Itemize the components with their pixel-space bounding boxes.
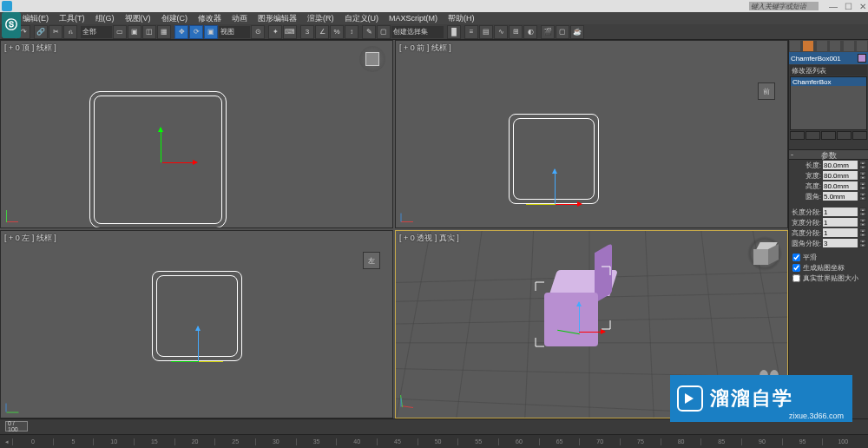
mirror-button[interactable]: ▐▌ [447, 25, 461, 39]
gizmo-x-axis-icon[interactable] [162, 162, 197, 163]
menu-views[interactable]: 视图(V) [125, 13, 151, 24]
angle-snap-button[interactable]: ∠ [315, 25, 329, 39]
object-color-swatch[interactable] [858, 54, 866, 63]
scale-button[interactable]: ▣ [204, 25, 218, 39]
menu-modifiers[interactable]: 修改器 [198, 13, 221, 24]
render-setup-button[interactable]: 🎬 [541, 25, 555, 39]
object-wireframe[interactable] [89, 91, 227, 228]
display-tab-icon[interactable] [844, 41, 854, 51]
fillet-segs-input[interactable] [823, 239, 858, 247]
maximize-icon[interactable]: ☐ [845, 2, 852, 11]
gizmo-x-axis-icon[interactable] [579, 332, 605, 333]
create-tab-icon[interactable] [790, 41, 800, 51]
refcoord-dropdown[interactable]: 视图 [219, 26, 250, 38]
align-button[interactable]: ≡ [464, 25, 478, 39]
menu-rendering[interactable]: 渲染(R) [307, 13, 334, 24]
viewcube[interactable] [359, 46, 385, 72]
show-end-result-button[interactable] [806, 131, 820, 140]
close-icon[interactable]: ✕ [859, 2, 866, 11]
link-button[interactable]: 🔗 [34, 25, 48, 39]
unlink-button[interactable]: ✂ [49, 25, 62, 39]
spinner-icon[interactable]: ▴▾ [859, 218, 866, 227]
manipulate-button[interactable]: ✦ [268, 25, 282, 39]
menu-maxscript[interactable]: MAXScript(M) [389, 14, 437, 23]
viewport-front[interactable]: [ + 0 前 ] 线框 ] 前 [395, 40, 788, 228]
utilities-tab-icon[interactable] [857, 41, 867, 51]
gizmo-z-axis-icon[interactable] [579, 302, 580, 332]
select-name-button[interactable]: ▣ [128, 25, 141, 39]
material-editor-button[interactable]: ◐ [523, 25, 537, 39]
menu-animation[interactable]: 动画 [232, 13, 247, 24]
spinner-icon[interactable]: ▴▾ [859, 208, 866, 216]
viewcube[interactable]: 左 [363, 252, 380, 269]
pin-stack-button[interactable] [790, 131, 805, 140]
gizmo-x-axis-icon[interactable] [199, 361, 223, 362]
motion-tab-icon[interactable] [830, 41, 840, 51]
minimize-icon[interactable]: — [829, 2, 838, 11]
snap-button[interactable]: 3 [300, 25, 314, 39]
modifier-stack[interactable]: ChamferBox [790, 76, 867, 130]
modifier-list-dropdown[interactable]: 修改器列表 [790, 65, 867, 76]
viewport-label[interactable]: [ + 0 透视 ] 真实 ] [399, 233, 459, 244]
edit-named-sel-button[interactable]: ✎ [362, 25, 376, 39]
gizmo-z-axis-icon[interactable] [555, 169, 556, 204]
keyboard-button[interactable]: ⌨ [283, 25, 297, 39]
viewport-top[interactable]: [ + 0 顶 ] 线框 ] [0, 40, 393, 228]
gizmo-y-axis-icon[interactable] [161, 128, 161, 162]
make-unique-button[interactable] [821, 131, 836, 140]
menu-tools[interactable]: 工具(T) [59, 13, 85, 24]
window-crossing-button[interactable]: ▦ [157, 25, 171, 39]
layer-button[interactable]: ▤ [479, 25, 493, 39]
height-segs-input[interactable] [823, 228, 858, 237]
spinner-icon[interactable]: ▴▾ [859, 228, 866, 237]
menu-group[interactable]: 组(G) [95, 13, 115, 24]
menu-create[interactable]: 创建(C) [161, 13, 188, 24]
width-input[interactable] [823, 171, 858, 180]
height-input[interactable] [823, 181, 858, 190]
render-button[interactable]: ☕ [570, 25, 584, 39]
spinner-icon[interactable]: ▴▾ [859, 181, 866, 190]
curve-editor-button[interactable]: ∿ [494, 25, 508, 39]
spinner-icon[interactable]: ▴▾ [859, 192, 866, 201]
time-slider[interactable]: 0 / 100 [5, 421, 28, 432]
move-button[interactable]: ✥ [174, 25, 188, 39]
gizmo-y-axis-icon[interactable] [526, 204, 556, 205]
menu-customize[interactable]: 自定义(U) [345, 13, 379, 24]
fillet-input[interactable] [823, 192, 858, 201]
gizmo-z-axis-icon[interactable] [198, 326, 199, 361]
selection-filter-dropdown[interactable]: 全部 [81, 26, 112, 38]
percent-snap-button[interactable]: % [330, 25, 344, 39]
remove-modifier-button[interactable] [837, 131, 852, 140]
object-wireframe[interactable] [509, 114, 599, 204]
parameters-rollout-header[interactable]: 参数 [789, 149, 868, 160]
viewport-label[interactable]: [ + 0 前 ] 线框 ] [399, 43, 451, 54]
viewport-label[interactable]: [ + 0 顶 ] 线框 ] [4, 43, 56, 54]
gizmo-x-axis-icon[interactable] [556, 204, 582, 205]
hierarchy-tab-icon[interactable] [817, 41, 827, 51]
length-segs-input[interactable] [823, 208, 858, 216]
spinner-icon[interactable]: ▴▾ [859, 161, 866, 169]
spinner-icon[interactable]: ▴▾ [859, 171, 866, 180]
spinner-snap-button[interactable]: ↕ [345, 25, 358, 39]
length-input[interactable] [823, 161, 858, 169]
viewcube[interactable]: 前 [758, 82, 775, 100]
menu-help[interactable]: 帮助(H) [448, 13, 475, 24]
named-selection-dropdown[interactable]: 创建选择集 [391, 26, 444, 38]
select-button[interactable]: ▭ [113, 25, 127, 39]
viewcube[interactable] [747, 236, 782, 271]
pivot-button[interactable]: ⊙ [251, 25, 265, 39]
schematic-button[interactable]: ⊞ [509, 25, 523, 39]
menu-grapheditors[interactable]: 图形编辑器 [258, 13, 297, 24]
menu-edit[interactable]: 编辑(E) [23, 13, 49, 24]
viewport-label[interactable]: [ + 0 左 ] 线框 ] [4, 233, 56, 244]
object-name-field[interactable]: ChamferBox001 [789, 52, 868, 64]
stack-item[interactable]: ChamferBox [791, 77, 866, 86]
application-menu-button[interactable]: ⓢ [2, 12, 21, 38]
spinner-icon[interactable]: ▴▾ [859, 239, 866, 247]
width-segs-input[interactable] [823, 218, 858, 227]
named-sel-button[interactable]: ▢ [377, 25, 391, 39]
configure-sets-button[interactable] [852, 131, 867, 140]
viewport-left[interactable]: [ + 0 左 ] 线框 ] 左 [0, 230, 393, 418]
object-wireframe[interactable] [152, 271, 242, 361]
help-search-input[interactable]: 键入关键字或短语 [749, 2, 819, 10]
